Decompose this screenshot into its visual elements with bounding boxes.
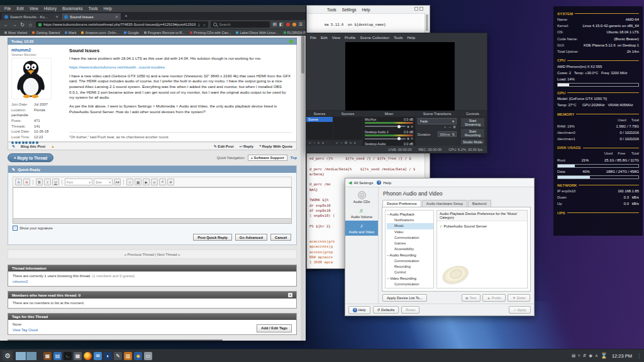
tab-audio-hardware-setup[interactable]: Audio Hardware Setup <box>422 200 467 207</box>
video-icon[interactable]: ▶ <box>143 178 150 185</box>
start-recording-button[interactable]: Start Recording <box>460 128 485 138</box>
cancel-button[interactable]: Cancel <box>270 234 291 241</box>
bookmark-item[interactable]: Most Visited <box>4 31 27 35</box>
tab-device-preference[interactable]: Device Preference <box>382 200 421 207</box>
menu-file[interactable]: File <box>4 6 11 11</box>
all-settings-button[interactable]: ◀ All Settings <box>348 180 373 185</box>
mute-icon[interactable]: ◉ <box>407 137 409 140</box>
prefer-button[interactable]: ▲ Prefer <box>482 294 506 302</box>
kdenlive-icon[interactable]: ◆ <box>134 352 142 360</box>
wysiwyg-toggle-icon[interactable]: A <box>15 178 22 185</box>
tree-item-vid-communication[interactable]: Communication <box>387 282 433 287</box>
archive-icon[interactable]: ▥ <box>124 352 132 360</box>
firefox-icon[interactable] <box>84 352 92 360</box>
help-button[interactable]: ? Help <box>348 306 370 314</box>
desktop-2[interactable] <box>26 352 36 360</box>
extension-icon[interactable] <box>292 23 296 26</box>
bold-icon[interactable]: B <box>36 178 43 185</box>
source-properties-icon[interactable]: ⚙ <box>345 141 348 145</box>
tree-item-communication[interactable]: Communication <box>387 235 433 241</box>
tab-sound-issues[interactable]: Sound Issues ✕ <box>62 13 121 20</box>
menu-bookmarks[interactable]: Bookmarks <box>62 6 83 11</box>
report-icon[interactable]: ▲ <box>51 145 55 148</box>
menu-view[interactable]: View <box>30 6 38 11</box>
bookmark-item[interactable]: FLORIDA PRODUCERS... <box>284 31 306 35</box>
application-launcher-icon[interactable]: ⚙ <box>3 351 13 361</box>
sidebar-icon[interactable]: ◧ <box>279 22 284 27</box>
reset-button[interactable]: Reset <box>401 306 419 314</box>
size-select[interactable]: Size▾ <box>94 178 113 185</box>
bookmark-item[interactable]: Label Discs With Linux... <box>236 31 278 35</box>
bookmark-item[interactable]: Program Remote to R... <box>144 31 185 35</box>
hamburger-menu-icon[interactable]: ☰ <box>299 22 303 27</box>
tree-item-accessibility[interactable]: Accessibility <box>387 246 433 252</box>
edit-post-button[interactable]: ✎ Edit Post <box>214 144 234 148</box>
expand-icon[interactable]: + <box>288 293 292 297</box>
tab-close-icon[interactable]: ✕ <box>115 14 118 19</box>
new-tab-button[interactable]: + <box>121 13 131 19</box>
tab-search-results[interactable]: Search Results - Ku... ✕ <box>2 13 61 20</box>
search-input[interactable]: Search <box>211 21 270 28</box>
link-icon[interactable]: ∞ <box>151 178 158 185</box>
reload-icon[interactable]: ↻ <box>19 22 25 28</box>
studio-mode-button[interactable]: Studio Mode <box>460 139 485 145</box>
browsing-user-link[interactable]: mhumm2 <box>13 279 292 285</box>
menu-tools[interactable]: Tools <box>88 6 97 11</box>
category-tree[interactable]: − Audio Playback Notifications Music Vid… <box>385 210 434 288</box>
calculator-icon[interactable]: ▦ <box>74 352 82 360</box>
bookmark-item[interactable]: Amazon.com: Onlin... <box>81 31 118 35</box>
defaults-button[interactable]: ↺ Defaults <box>373 306 399 314</box>
remove-scene-icon[interactable]: − <box>313 141 315 145</box>
view-tag-cloud-link[interactable]: View Tag Cloud <box>13 327 38 333</box>
mail-icon[interactable]: ✉ <box>94 352 102 360</box>
sources-list[interactable] <box>333 117 362 140</box>
post-quick-reply-button[interactable]: Post Quick Reply <box>193 234 232 241</box>
device-list-item[interactable]: ♪ PulseAudio Sound Server <box>437 221 527 231</box>
bookmark-item[interactable]: Printing CDs with Can... <box>190 31 231 35</box>
tree-item-music[interactable]: Music <box>387 223 433 229</box>
tree-item-rec-control[interactable]: Control <box>387 270 433 275</box>
display-icon[interactable]: ⌗ <box>578 353 580 358</box>
url-bar[interactable]: https://www.kubuntuforums.net/showthread… <box>36 21 208 28</box>
mute-icon[interactable]: ◉ <box>407 125 409 128</box>
package-manager-icon[interactable]: ▦ <box>43 352 52 360</box>
apply-button[interactable]: ✓ Apply <box>509 306 531 314</box>
quick-reply-textarea[interactable] <box>13 187 292 224</box>
bookmark-item[interactable]: Getting Started <box>32 31 60 35</box>
start-streaming-button[interactable]: Start Streaming <box>460 118 485 128</box>
editor-menu-help[interactable]: Help <box>362 8 370 12</box>
bookmark-item[interactable]: Mark <box>65 31 76 35</box>
tab-close-icon[interactable]: ✕ <box>55 14 58 19</box>
source-down-icon[interactable]: ∨ <box>353 141 356 145</box>
add-edit-tags-button[interactable]: Add / Edit Tags <box>257 324 292 333</box>
panel-handle[interactable]: ⋮ <box>636 353 641 359</box>
scene-up-icon[interactable]: ∧ <box>318 141 320 145</box>
mixer-settings-icon[interactable]: ⚙ <box>411 125 413 128</box>
remove-source-icon[interactable]: − <box>340 141 342 145</box>
menu-history[interactable]: History <box>44 6 57 11</box>
remove-transition-icon[interactable]: − <box>449 125 451 130</box>
transition-select[interactable]: Fade▾ <box>418 118 457 124</box>
gimp-icon[interactable]: ✎ <box>114 352 122 360</box>
sidebar-item-audio-and-video[interactable]: ♪ Audio and Video <box>345 221 378 236</box>
file-manager-icon[interactable]: ▤ <box>53 352 62 360</box>
duration-spinbox[interactable]: 300ms⇅ <box>438 131 457 137</box>
konsole-icon[interactable]: ›_ <box>64 352 72 360</box>
apply-device-list-button[interactable]: Apply Device List To... <box>382 294 427 302</box>
italic-icon[interactable]: I <box>44 178 51 185</box>
menu-help[interactable]: Help <box>104 6 112 11</box>
clipboard-icon[interactable]: ▤ <box>572 353 575 358</box>
reply-with-quote-button[interactable]: ❝ Reply With Quote <box>259 144 292 148</box>
help-menu-button[interactable]: ? Help <box>377 180 391 185</box>
network-icon[interactable]: ⇵ <box>583 353 586 358</box>
add-scene-icon[interactable]: ＋ <box>308 141 311 145</box>
desktop-1[interactable] <box>16 352 26 360</box>
textarea-resize-grip[interactable] <box>13 218 291 223</box>
post-link[interactable]: https://www.kubuntuforums.net/showth...s… <box>69 65 165 69</box>
tray-expand-icon[interactable]: ∧ <box>595 353 598 358</box>
tree-item-rec-communication[interactable]: Communication <box>387 258 433 264</box>
smilie-icon[interactable]: ☺ <box>126 178 133 185</box>
obs-menu-profile[interactable]: Profile <box>345 35 356 40</box>
mixer-settings-icon[interactable]: ⚙ <box>411 137 413 140</box>
tree-item-games[interactable]: Games <box>387 241 433 246</box>
